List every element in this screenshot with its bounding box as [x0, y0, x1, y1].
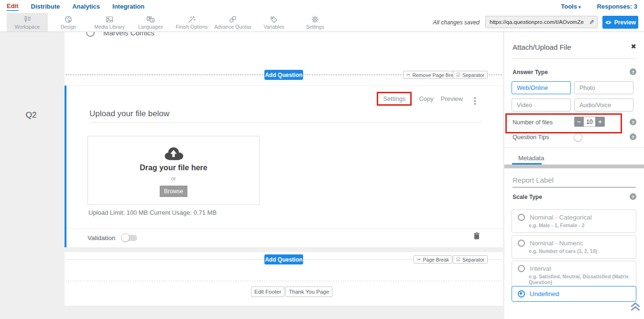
scale-option-label: Nominal - Numeric	[530, 240, 583, 247]
question-more-menu-icon[interactable]	[474, 97, 476, 105]
previous-question-block: Marvels Comics Add Question ✂ Remove Pag…	[65, 32, 503, 85]
separator-button-bottom[interactable]: ☑ Separator	[453, 255, 488, 264]
nav-analytics[interactable]: Analytics	[72, 3, 100, 10]
add-question-button-bottom[interactable]: Add Question	[264, 254, 303, 264]
question-tips-label: Question Tips	[513, 134, 549, 141]
scale-type-interval[interactable]: Interval e.g. Satisfied, Neutral, Dissat…	[512, 261, 636, 290]
number-of-files-stepper: − +	[574, 117, 605, 127]
question-settings-panel: Attach/Upload File ✖ Answer Type ? Web/O…	[504, 32, 644, 319]
question-title[interactable]: Upload your file below	[89, 109, 169, 119]
report-label-input[interactable]	[513, 176, 636, 187]
or-text: or	[171, 176, 176, 181]
toolbar-workspace[interactable]: Workspace	[7, 13, 48, 32]
design-icon	[64, 15, 73, 23]
report-label-field	[513, 176, 636, 187]
close-icon[interactable]: ✖	[631, 43, 636, 50]
separator-label-bottom: Separator	[462, 257, 484, 263]
page-footer-block: Add Question ✂ Page Break ☑ Separator Ed…	[65, 252, 503, 306]
add-question-button-top[interactable]: Add Question	[264, 70, 303, 80]
caret-down-icon: ▾	[579, 5, 581, 10]
scale-type-undefined[interactable]: Undefined	[512, 286, 636, 302]
scale-type-nominal-numeric[interactable]: Nominal - Numeric e.g. Number of cars (1…	[512, 235, 636, 259]
toolbar-workspace-label: Workspace	[15, 24, 40, 30]
browse-button[interactable]: Browse	[160, 186, 187, 197]
scale-option-label: Nominal - Categorical	[530, 214, 592, 221]
edit-footer-button[interactable]: Edit Footer	[251, 286, 284, 297]
edit-footer-label: Edit Footer	[254, 289, 281, 295]
languages-icon: A	[146, 15, 155, 23]
answer-type-photo[interactable]: Photo	[574, 81, 633, 94]
toolbar-advance-quotas[interactable]: Advance Quotas	[212, 13, 253, 32]
editor-toolbar: Workspace Design Media Library A Languag…	[0, 13, 644, 32]
variables-icon	[270, 15, 278, 23]
nav-integration[interactable]: Integration	[112, 3, 144, 10]
answer-type-web-online[interactable]: Web/Online	[512, 81, 571, 94]
number-of-files-help-icon[interactable]: ?	[630, 119, 636, 125]
radio-icon[interactable]	[86, 32, 95, 37]
preview-button[interactable]: Preview	[602, 16, 638, 29]
validation-toggle[interactable]	[122, 235, 137, 241]
advance-quotas-icon	[229, 15, 237, 23]
decrement-button[interactable]: −	[574, 117, 584, 127]
radio-icon[interactable]	[518, 265, 525, 272]
toolbar-media-library-label: Media Library	[94, 24, 125, 30]
scale-option-example: e.g. Number of cars (1, 2, 10)	[512, 247, 636, 258]
preview-button-label: Preview	[614, 19, 636, 26]
scale-option-example: e.g. Male - 1, Female - 2	[512, 221, 636, 232]
validation-divider	[66, 228, 503, 229]
scale-option-label: Interval	[530, 265, 551, 272]
footer-dashed-line	[65, 281, 502, 281]
panel-divider	[513, 58, 636, 59]
toolbar-design[interactable]: Design	[48, 13, 89, 32]
answer-type-video[interactable]: Video	[512, 99, 571, 111]
separator-button-top[interactable]: ☑ Separator	[453, 71, 488, 79]
nav-edit[interactable]: Edit	[7, 2, 19, 11]
radio-icon[interactable]	[518, 240, 525, 247]
toolbar-languages-label: Languages	[138, 24, 163, 30]
collapse-double-chevron-icon[interactable]	[630, 302, 641, 311]
top-nav: Edit Distribute Analytics Integration To…	[0, 0, 644, 13]
scissors-icon: ✂	[417, 257, 421, 262]
toolbar-variables[interactable]: Variables	[253, 13, 295, 32]
responses-count[interactable]: Responses: 3	[597, 3, 637, 10]
scale-type-nominal-categorical[interactable]: Nominal - Categorical e.g. Male - 1, Fem…	[512, 209, 636, 233]
question-preview-button[interactable]: Preview	[441, 95, 463, 102]
radio-icon[interactable]	[518, 214, 525, 221]
nav-distribute[interactable]: Distribute	[31, 3, 60, 10]
page-break-button[interactable]: ✂ Page Break	[414, 255, 452, 264]
thank-you-page-label: Thank You Page	[289, 289, 329, 295]
upload-limit-text: Upload Limit: 100 MB Current Usage: 0.71…	[88, 209, 217, 216]
svg-text:A: A	[152, 18, 154, 22]
survey-url-input[interactable]	[485, 16, 598, 28]
radio-selected-icon[interactable]	[518, 290, 525, 297]
answer-type-audio-voice[interactable]: Audio/Voice	[574, 99, 633, 111]
file-dropzone[interactable]: Drag your file here or Browse	[87, 136, 260, 205]
scale-type-help-icon[interactable]: ?	[630, 193, 636, 200]
delete-question-icon[interactable]	[473, 232, 480, 240]
toolbar-advance-quotas-label: Advance Quotas	[214, 24, 251, 30]
toolbar-settings-label: Settings	[306, 24, 324, 30]
tools-menu[interactable]: Tools▾	[561, 3, 580, 10]
media-library-icon	[105, 15, 114, 23]
toolbar-languages[interactable]: A Languages	[130, 13, 171, 32]
number-of-files-input[interactable]	[584, 117, 595, 127]
answer-option-row[interactable]: Marvels Comics	[86, 32, 154, 37]
question-number-label: Q2	[19, 110, 43, 120]
edit-url-icon[interactable]: ✎	[589, 19, 594, 26]
scissors-icon: ✂	[406, 72, 410, 77]
thank-you-page-button[interactable]: Thank You Page	[285, 286, 332, 297]
question-tips-help-icon[interactable]: ?	[630, 133, 636, 140]
toolbar-finish-options[interactable]: Finish Options	[171, 13, 212, 32]
question-settings-button[interactable]: Settings	[377, 92, 412, 106]
answer-type-help-icon[interactable]: ?	[630, 68, 636, 75]
survey-editor-app: Edit Distribute Analytics Integration To…	[0, 0, 644, 319]
toolbar-media-library[interactable]: Media Library	[89, 13, 130, 32]
toolbar-variables-label: Variables	[264, 24, 284, 30]
toolbar-settings[interactable]: Settings	[295, 13, 336, 32]
metadata-section-divider	[504, 147, 644, 148]
tab-metadata[interactable]: Metadata	[518, 154, 544, 162]
finish-options-icon	[187, 15, 196, 23]
question-copy-button[interactable]: Copy	[419, 95, 433, 102]
increment-button[interactable]: +	[595, 117, 605, 127]
workspace-icon	[23, 15, 32, 23]
